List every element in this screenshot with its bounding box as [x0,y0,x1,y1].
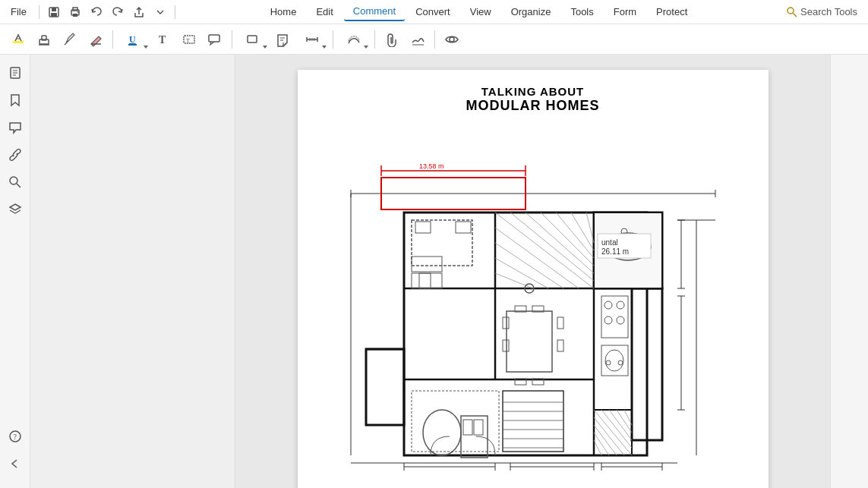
svg-point-118 [604,316,612,324]
title-line2: MODULAR HOMES [313,98,753,114]
layers-icon [8,203,22,216]
doc-title: TALKING ABOUT MODULAR HOMES [313,85,753,114]
svg-rect-106 [474,420,483,435]
title-line1: TALKING ABOUT [313,85,753,98]
svg-text:13.58 m: 13.58 m [419,162,444,170]
toolbar-sep-4 [374,30,375,49]
svg-point-119 [617,316,624,324]
text-tool-btn[interactable]: T [151,27,175,52]
svg-rect-90 [412,273,442,288]
bookmarks-nav-btn[interactable] [3,88,27,112]
shapes-tool-btn[interactable] [237,27,269,52]
pen-tool-btn[interactable] [58,27,82,52]
comments-nav-btn[interactable] [3,115,27,140]
svg-line-68 [526,213,594,273]
svg-rect-21 [209,35,219,42]
textbox-icon: T [181,32,197,47]
menu-nav: Home Edit Comment Convert View Organize … [180,2,778,21]
panel-area [30,55,235,488]
svg-point-117 [617,301,624,309]
svg-point-123 [618,360,623,365]
collapse-btn[interactable] [3,452,27,476]
file-menu[interactable]: File [3,3,34,20]
attach-tool-btn[interactable] [380,27,404,52]
toolbar: U T T [0,24,868,55]
menu-comment[interactable]: Comment [344,2,405,21]
collapse-icon [8,457,22,471]
toolbar-sep-3 [333,30,333,49]
search-nav-btn[interactable] [3,170,27,194]
undo-icon-btn[interactable] [87,2,106,22]
svg-point-37 [10,177,17,184]
eraser-tool-btn[interactable] [84,27,108,52]
svg-line-84 [594,425,617,455]
underline-tool-btn[interactable]: U [118,27,150,52]
menu-tools[interactable]: Tools [561,3,602,20]
menu-protect[interactable]: Protect [647,3,696,20]
svg-marker-39 [10,204,21,210]
print-icon-btn[interactable] [65,2,85,22]
bookmark-icon [8,93,22,107]
menu-form[interactable]: Form [604,3,645,20]
redo-icon-btn[interactable] [108,2,128,22]
menu-organize[interactable]: Organize [502,3,560,20]
callout-tool-btn[interactable] [203,27,227,52]
document-area[interactable]: TALKING ABOUT MODULAR HOMES 13.58 m [235,55,830,488]
svg-rect-94 [503,317,509,329]
svg-rect-2 [51,13,57,17]
search-tools-btn[interactable]: Search Tools [779,4,865,20]
dropdown-icon-btn[interactable] [150,2,170,22]
search-tools-icon [787,7,797,17]
pages-nav-btn[interactable] [3,61,27,85]
search-icon [8,175,22,189]
svg-point-32 [450,37,454,42]
layers-nav-btn[interactable] [3,197,27,222]
highlight-tool-btn[interactable] [6,27,30,52]
svg-rect-91 [419,273,431,288]
menu-edit[interactable]: Edit [307,3,342,20]
svg-rect-53 [366,349,404,425]
eye-tool-btn[interactable] [440,27,464,52]
note-tool-btn[interactable] [270,27,295,52]
link-icon [8,148,22,162]
links-nav-btn[interactable] [3,143,27,167]
eye-icon [444,32,459,47]
eraser-icon [88,32,103,47]
draw-tool-btn[interactable] [338,27,370,52]
svg-rect-93 [507,311,552,372]
share-icon-btn[interactable] [129,2,149,22]
svg-text:U: U [129,34,136,45]
svg-line-76 [495,273,533,288]
document-page: TALKING ABOUT MODULAR HOMES 13.58 m [298,70,769,488]
callout-icon [207,32,223,47]
help-nav-btn[interactable]: ? [3,424,27,449]
svg-point-6 [77,11,79,13]
menu-divider-1 [39,5,39,19]
sign-icon [410,32,425,47]
svg-text:T: T [186,37,190,44]
svg-line-67 [510,213,594,281]
save-icon-btn[interactable] [44,2,64,22]
floor-plan-svg: 13.58 m [343,121,723,486]
svg-rect-95 [503,340,509,351]
svg-point-122 [606,360,611,365]
svg-text:T: T [159,34,166,46]
stamp-icon [36,32,52,47]
svg-line-81 [617,410,632,433]
menu-view[interactable]: View [461,3,500,20]
menu-home[interactable]: Home [261,3,306,20]
measure-tool-btn[interactable] [296,27,328,52]
svg-point-103 [423,410,461,455]
search-tools-label: Search Tools [800,6,857,17]
svg-rect-105 [463,420,472,435]
floor-plan-container: 13.58 m [313,121,753,486]
toolbar-sep-1 [112,30,113,49]
sign-tool-btn[interactable] [406,27,430,52]
stamp-tool-btn[interactable] [32,27,56,52]
menu-convert[interactable]: Convert [406,3,459,20]
note-icon [275,32,290,47]
shapes-icon [245,32,260,47]
svg-rect-97 [557,340,563,351]
svg-rect-5 [73,14,77,17]
textbox-tool-btn[interactable]: T [177,27,201,52]
